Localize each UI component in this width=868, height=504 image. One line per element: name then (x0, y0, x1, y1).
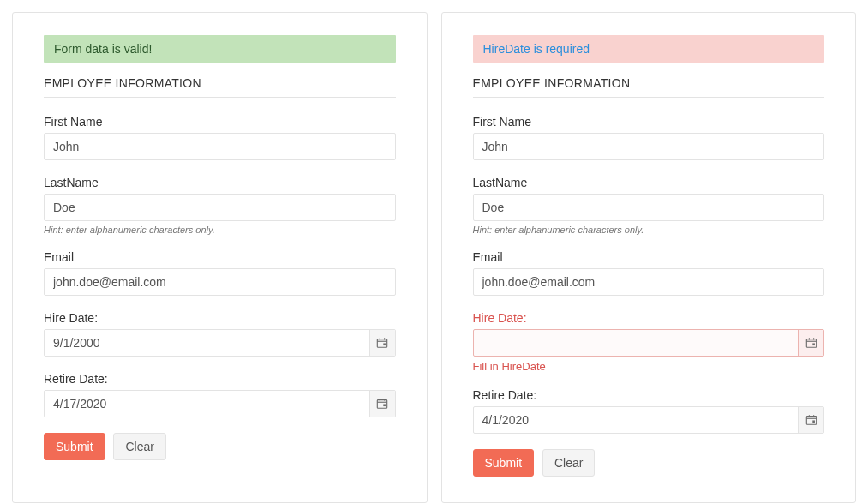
calendar-icon[interactable] (369, 330, 395, 356)
clear-button[interactable]: Clear (113, 433, 165, 460)
hire-date-picker[interactable] (473, 329, 825, 357)
submit-button[interactable]: Submit (44, 433, 105, 460)
email-input[interactable] (473, 268, 825, 296)
retire-date-input[interactable] (473, 406, 825, 434)
email-label: Email (473, 250, 825, 264)
retire-date-picker[interactable] (473, 406, 825, 434)
svg-rect-0 (377, 339, 386, 348)
email-label: Email (44, 250, 396, 264)
svg-rect-4 (383, 343, 386, 345)
form-panel-error: HireDate is required EMPLOYEE INFORMATIO… (441, 12, 857, 503)
hire-date-input[interactable] (44, 329, 396, 357)
svg-rect-5 (377, 400, 386, 409)
validation-message: HireDate is required (473, 35, 825, 63)
calendar-icon[interactable] (798, 407, 823, 433)
calendar-icon[interactable] (369, 391, 395, 417)
retire-date-input[interactable] (44, 390, 396, 417)
svg-rect-10 (806, 339, 816, 348)
first-name-label: First Name (473, 115, 825, 129)
last-name-label: LastName (473, 176, 825, 189)
retire-date-label: Retire Date: (473, 388, 825, 402)
hire-date-input[interactable] (473, 329, 825, 357)
last-name-label: LastName (44, 176, 396, 189)
hire-date-label: Hire Date: (473, 311, 825, 325)
last-name-hint: Hint: enter alphanumeric characters only… (473, 225, 825, 235)
first-name-input[interactable] (44, 133, 396, 160)
first-name-label: First Name (44, 115, 396, 129)
last-name-input[interactable] (473, 194, 825, 221)
svg-rect-14 (812, 343, 815, 345)
hire-date-picker[interactable] (44, 329, 396, 357)
submit-button[interactable]: Submit (473, 449, 535, 477)
section-title: EMPLOYEE INFORMATION (44, 71, 396, 98)
form-panel-valid: Form data is valid! EMPLOYEE INFORMATION… (12, 12, 428, 503)
clear-button[interactable]: Clear (542, 449, 595, 477)
error-link[interactable]: HireDate is required (483, 42, 590, 56)
hire-date-label: Hire Date: (44, 311, 396, 325)
first-name-input[interactable] (473, 133, 825, 160)
calendar-icon[interactable] (798, 330, 823, 356)
email-input[interactable] (44, 268, 396, 296)
section-title: EMPLOYEE INFORMATION (473, 71, 825, 98)
retire-date-picker[interactable] (44, 390, 396, 417)
svg-rect-15 (806, 417, 816, 425)
last-name-input[interactable] (44, 194, 396, 221)
svg-rect-9 (383, 404, 386, 406)
hire-date-error: Fill in HireDate (473, 360, 825, 373)
last-name-hint: Hint: enter alphanumeric characters only… (44, 225, 396, 235)
validation-message: Form data is valid! (44, 35, 396, 63)
svg-rect-19 (812, 420, 815, 423)
retire-date-label: Retire Date: (44, 372, 396, 386)
